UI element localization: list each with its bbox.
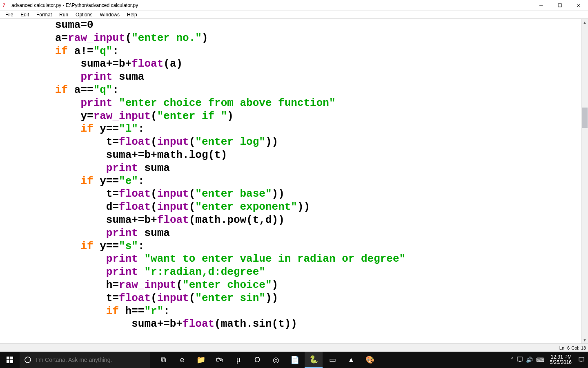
menu-edit[interactable]: Edit [17,11,33,18]
svg-rect-11 [579,357,584,361]
code-line: if h=="r": [55,305,581,318]
taskbar-app-utorrent[interactable]: µ [229,352,247,368]
close-button[interactable] [569,0,588,11]
menu-bar: FileEditFormatRunOptionsWindowsHelp [0,11,588,19]
tray-volume-icon[interactable]: 🔊 [526,357,533,363]
taskbar-app-notepadpp[interactable]: 📄 [286,352,304,368]
status-ln-label: Ln: [559,346,566,350]
taskbar-app-opera[interactable]: O [248,352,266,368]
code-line: h=raw_input("enter choice") [55,279,581,292]
svg-rect-7 [10,360,13,363]
tray-keyboard-icon[interactable]: ⌨ [536,357,544,363]
code-line: a=raw_input("enter no.") [55,32,581,45]
cortana-icon [20,356,36,364]
code-line: t=float(input("enter sin")) [55,292,581,305]
code-line: suma+=b+float(a) [55,58,581,71]
status-bar: Ln: 6 Col: 13 [0,343,588,352]
taskbar-app-store[interactable]: 🛍 [211,352,229,368]
status-ln-value: 6 [567,346,570,350]
svg-rect-6 [7,360,9,363]
code-line: print "enter choice from above function" [55,97,581,110]
code-line: suma+=b+float(math.pow(t,d)) [55,214,581,227]
code-line: t=float(input("enter log")) [55,136,581,149]
code-line: suma+=b+float(math.sin(t)) [55,318,581,331]
menu-windows[interactable]: Windows [96,11,123,18]
tray-chevron-icon[interactable]: ˄ [511,357,514,363]
svg-rect-9 [517,357,522,361]
scroll-thumb[interactable] [582,108,588,128]
menu-help[interactable]: Help [123,11,141,18]
taskbar: ⧉e📁🛍µO◎📄🐍▭▲🎨 ˄ 🔊 ⌨ 12:31 PM 5/25/2016 [0,352,588,368]
cortana-search[interactable] [20,352,150,368]
code-line: print "r:radian,d:degree" [55,266,581,279]
taskbar-app-mysql[interactable]: ▭ [323,352,341,368]
app-icon: 7 [2,2,9,9]
code-line: print suma [55,71,581,84]
status-col-label: Col: [571,346,580,350]
svg-rect-5 [10,357,13,359]
code-line: if a!="q": [55,45,581,58]
svg-point-8 [25,357,31,363]
code-line: if a=="q": [55,84,581,97]
code-line: suma+=b+math.log(t) [55,149,581,162]
code-line: if y=="l": [55,123,581,136]
taskbar-app-chrome[interactable]: ◎ [267,352,285,368]
tray-network-icon[interactable] [517,357,523,364]
editor-area: suma=0a=raw_input("enter no.")if a!="q":… [0,19,588,343]
maximize-button[interactable] [550,0,569,11]
svg-rect-4 [7,357,9,359]
menu-options[interactable]: Options [72,11,96,18]
start-button[interactable] [0,352,20,368]
code-line: t=float(input("enter base")) [55,188,581,201]
taskbar-app-file-explorer[interactable]: 📁 [192,352,210,368]
svg-rect-10 [519,361,521,362]
code-line: d=float(input("enter exponent")) [55,201,581,214]
window-controls [532,0,588,11]
code-editor[interactable]: suma=0a=raw_input("enter no.")if a!="q":… [0,19,581,343]
code-line: if y=="e": [55,175,581,188]
code-line: suma=0 [55,19,581,32]
taskbar-app-idle[interactable]: 🐍 [305,352,323,368]
window-title: advanced calculator.py - E:\Python\advan… [11,2,138,8]
code-line: print suma [55,162,581,175]
vertical-scrollbar[interactable]: ▲ ▼ [581,19,588,343]
code-line: if y=="s": [55,240,581,253]
menu-format[interactable]: Format [33,11,56,18]
scroll-track[interactable] [581,26,588,337]
taskbar-app-paint[interactable]: 🎨 [361,352,379,368]
taskbar-apps: ⧉e📁🛍µO◎📄🐍▭▲🎨 [154,352,379,368]
taskbar-clock[interactable]: 12:31 PM 5/25/2016 [548,355,574,365]
taskbar-app-task-view[interactable]: ⧉ [154,352,172,368]
code-line: print "want to enter value in radian or … [55,253,581,266]
cortana-input[interactable] [36,352,150,368]
status-col-value: 13 [581,346,586,350]
code-line: print suma [55,227,581,240]
action-center-icon[interactable] [577,356,586,364]
svg-rect-1 [558,4,561,7]
title-bar: 7 advanced calculator.py - E:\Python\adv… [0,0,588,11]
system-tray: ˄ 🔊 ⌨ 12:31 PM 5/25/2016 [511,355,588,365]
code-line: y=raw_input("enter if ") [55,110,581,123]
clock-date: 5/25/2016 [550,360,572,365]
taskbar-app-edge[interactable]: e [173,352,191,368]
minimize-button[interactable] [532,0,550,11]
menu-run[interactable]: Run [56,11,72,18]
menu-file[interactable]: File [2,11,17,18]
scroll-up-button[interactable]: ▲ [581,19,588,26]
scroll-down-button[interactable]: ▼ [581,337,588,343]
taskbar-app-drive[interactable]: ▲ [342,352,360,368]
